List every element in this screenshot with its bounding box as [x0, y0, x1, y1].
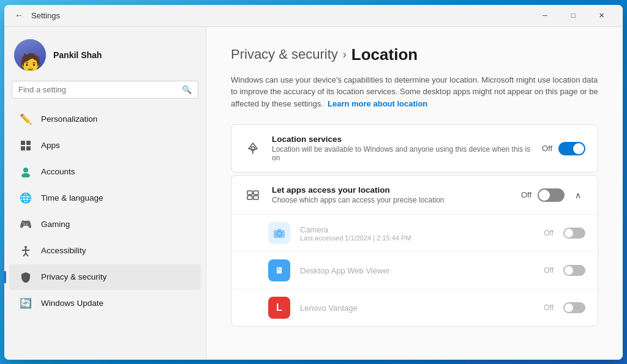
camera-title: Camera: [300, 225, 534, 234]
lenovo-app-name: Lenovo Vantage: [300, 303, 534, 313]
let-apps-controls: Off ∧: [521, 188, 585, 202]
sidebar-item-privacy-security[interactable]: Privacy & security: [9, 264, 201, 290]
let-apps-row: Let apps access your location Choose whi…: [231, 176, 598, 215]
close-button[interactable]: ✕: [587, 5, 615, 27]
svg-rect-3: [26, 146, 31, 150]
camera-toggle[interactable]: [563, 228, 585, 239]
user-profile: 🧑 Pankil Shah: [4, 27, 206, 81]
camera-toggle-thumb: [565, 229, 573, 237]
desktop-web-toggle[interactable]: [563, 265, 585, 276]
camera-status: Off: [544, 229, 554, 237]
lenovo-title: Lenovo Vantage: [300, 303, 534, 313]
toggle-thumb: [573, 143, 584, 154]
learn-more-link[interactable]: Learn more about location: [328, 99, 427, 108]
avatar: 🧑: [14, 39, 46, 71]
content-area: Privacy & security › Location Windows ca…: [206, 27, 623, 360]
desktop-web-initial: 🖥: [275, 266, 283, 275]
let-apps-icon: [244, 186, 262, 204]
breadcrumb-chevron: ›: [343, 48, 347, 61]
svg-rect-16: [253, 196, 258, 199]
privacy-security-icon: [19, 270, 32, 284]
toggle-thumb: [539, 190, 550, 201]
lenovo-status: Off: [544, 303, 554, 312]
svg-point-5: [21, 173, 30, 177]
location-services-row: Location services Location will be avail…: [231, 125, 598, 172]
personalization-icon: ✏️: [19, 113, 32, 126]
breadcrumb-parent: Privacy & security: [231, 46, 338, 62]
back-button[interactable]: ←: [12, 8, 26, 23]
let-apps-title: Let apps access your location: [272, 185, 511, 195]
sidebar-item-accessibility[interactable]: Accessibility: [9, 238, 201, 264]
gaming-icon: 🎮: [19, 218, 32, 231]
sidebar-item-accounts[interactable]: Accounts: [9, 159, 201, 185]
location-services-title: Location services: [272, 135, 532, 144]
page-description: Windows can use your device's capabiliti…: [231, 74, 598, 110]
sidebar-item-time-language[interactable]: 🌐 Time & language: [9, 185, 201, 211]
camera-app-icon: [268, 222, 290, 244]
avatar-icon: 🧑: [19, 52, 42, 71]
windows-update-icon: 🔄: [19, 297, 32, 310]
let-apps-status: Off: [521, 190, 531, 199]
desktop-web-app-name: Desktop App Web Viewer: [300, 266, 534, 275]
window-title: Settings: [31, 11, 531, 20]
search-input[interactable]: [18, 85, 177, 94]
camera-app-name: Camera Last accessed 1/1/2024 | 2:15:44 …: [300, 225, 534, 242]
location-services-text: Location services Location will be avail…: [272, 135, 532, 162]
location-services-toggle[interactable]: [558, 142, 585, 155]
svg-rect-19: [277, 229, 281, 231]
breadcrumb-current: Location: [351, 45, 418, 64]
let-apps-expand-button[interactable]: ∧: [571, 188, 585, 202]
search-box[interactable]: 🔍: [12, 81, 198, 98]
app-row-desktop-web: 🖥 Desktop App Web Viewer Off: [231, 252, 598, 289]
lenovo-app-icon: L: [268, 297, 290, 319]
sidebar-item-windows-update[interactable]: 🔄 Windows Update: [9, 291, 201, 316]
accounts-icon: [19, 165, 32, 179]
apps-icon: [19, 139, 32, 152]
desktop-web-title: Desktop App Web Viewer: [300, 266, 534, 275]
sidebar: 🧑 Pankil Shah 🔍 ✏️ Personalization: [4, 27, 206, 360]
user-name: Pankil Shah: [53, 50, 102, 60]
svg-point-4: [23, 168, 28, 173]
desktop-web-status: Off: [544, 266, 554, 275]
minimize-button[interactable]: ─: [531, 5, 559, 27]
app-row-camera: Camera Last accessed 1/1/2024 | 2:15:44 …: [231, 215, 598, 252]
titlebar: ← Settings ─ □ ✕: [4, 5, 623, 27]
window-controls: ─ □ ✕: [531, 5, 615, 27]
settings-window: ← Settings ─ □ ✕ 🧑 Pankil Shah �: [4, 5, 623, 360]
lenovo-toggle[interactable]: [563, 302, 585, 313]
maximize-button[interactable]: □: [559, 5, 587, 27]
breadcrumb: Privacy & security › Location: [231, 45, 598, 64]
sidebar-item-label: Accounts: [41, 167, 75, 176]
sidebar-item-label: Personalization: [41, 114, 97, 124]
svg-rect-15: [247, 196, 252, 199]
main-content: 🧑 Pankil Shah 🔍 ✏️ Personalization: [4, 27, 623, 360]
let-apps-toggle[interactable]: [538, 188, 565, 202]
sidebar-item-personalization[interactable]: ✏️ Personalization: [9, 106, 201, 132]
nav-list: ✏️ Personalization Apps: [4, 106, 206, 317]
time-language-icon: 🌐: [19, 191, 32, 205]
location-services-icon: [244, 139, 262, 158]
sidebar-item-label: Accessibility: [41, 246, 86, 255]
let-apps-card: Let apps access your location Choose whi…: [231, 175, 598, 327]
sidebar-item-label: Apps: [41, 141, 60, 150]
lenovo-toggle-thumb: [565, 303, 573, 312]
let-apps-desc: Choose which apps can access your precis…: [272, 196, 511, 204]
svg-rect-13: [247, 191, 252, 195]
svg-rect-14: [253, 191, 258, 195]
svg-rect-0: [21, 141, 25, 145]
sidebar-item-label: Windows Update: [41, 299, 103, 308]
lenovo-initial: L: [276, 302, 282, 313]
svg-rect-2: [21, 146, 25, 150]
sidebar-item-gaming[interactable]: 🎮 Gaming: [9, 212, 201, 237]
location-services-desc: Location will be available to Windows an…: [272, 145, 532, 162]
sidebar-item-apps[interactable]: Apps: [9, 133, 201, 158]
sidebar-item-label: Gaming: [41, 220, 70, 229]
location-services-status: Off: [542, 144, 552, 153]
svg-rect-1: [26, 141, 31, 145]
app-row-lenovo: L Lenovo Vantage Off: [231, 289, 598, 326]
camera-last-access: Last accessed 1/1/2024 | 2:15:44 PM: [300, 234, 534, 242]
let-apps-text: Let apps access your location Choose whi…: [272, 185, 511, 204]
sidebar-item-label: Privacy & security: [41, 272, 107, 281]
location-services-controls: Off: [542, 142, 585, 155]
location-services-card: Location services Location will be avail…: [231, 124, 598, 173]
